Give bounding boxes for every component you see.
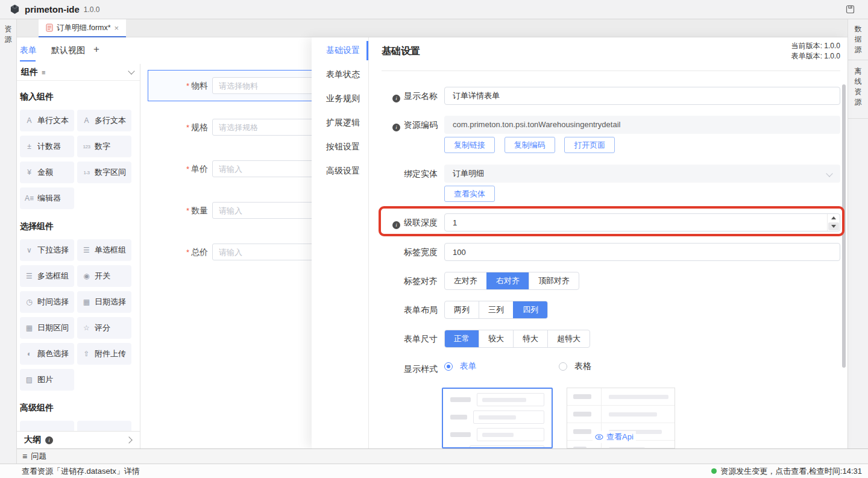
material-input[interactable] (212, 77, 312, 94)
tile-color-picker[interactable]: ◐颜色选择 (20, 343, 74, 365)
align-right-option[interactable]: 右对齐 (486, 272, 529, 289)
nav-extension-logic[interactable]: 扩展逻辑 (326, 118, 360, 128)
tab-order-detail-formx[interactable]: 订单明细.formx* × (39, 19, 126, 37)
copy-link-button[interactable]: 复制链接 (444, 137, 495, 153)
field-material[interactable]: *物料 (140, 77, 312, 95)
tile-image[interactable]: ▨图片 (20, 369, 74, 391)
field-total-price[interactable]: *总价 (140, 243, 312, 261)
tab-close-icon[interactable]: × (115, 24, 119, 33)
app-version: 1.0.0 (84, 5, 100, 14)
tile-checkbox-group[interactable]: ☰多选框组 (20, 265, 74, 287)
resources-rail-tab[interactable]: 资源 (4, 24, 13, 45)
radio-group-icon: ☰ (82, 246, 91, 254)
list-icon (22, 451, 27, 461)
align-top-option[interactable]: 顶部对齐 (529, 272, 579, 289)
view-entity-button[interactable]: 查看实体 (444, 186, 495, 202)
spinner-down-icon[interactable] (828, 222, 839, 230)
size-xlarge-option[interactable]: 特大 (513, 330, 547, 347)
tab-title: 订单明细.formx* (57, 23, 111, 33)
size-normal-option[interactable]: 正常 (445, 330, 479, 347)
tile-number[interactable]: 123数字 (77, 136, 131, 157)
tile-radio-group[interactable]: ☰单选框组 (77, 239, 131, 261)
tile-amount[interactable]: ¥金额 (20, 162, 74, 183)
nav-button-settings[interactable]: 按钮设置 (326, 142, 360, 153)
tile-editor[interactable]: A≡编辑器 (20, 187, 74, 209)
tile-advanced-clipped[interactable] (77, 421, 131, 431)
form-canvas[interactable]: *物料 *规格 *单价 *数量 *总价 (140, 37, 312, 448)
chevron-right-icon[interactable] (125, 436, 132, 443)
tile-rating[interactable]: ☆评分 (77, 317, 131, 339)
chevron-down-icon[interactable] (128, 68, 134, 74)
tile-multi-line-text[interactable]: A多行文本 (77, 110, 131, 131)
two-column-option[interactable]: 两列 (445, 301, 479, 318)
tile-time-picker[interactable]: ◷时间选择 (20, 291, 74, 313)
tile-single-line-text[interactable]: A单行文本 (20, 110, 74, 131)
field-label: 总价 (191, 247, 208, 257)
section-title-input: 输入组件 (20, 92, 140, 102)
field-quantity[interactable]: *数量 (140, 201, 312, 219)
tile-number-range[interactable]: 1-3数字区间 (77, 162, 131, 183)
file-upload-icon: ⇧ (82, 350, 91, 358)
row-form-size: 表单尺寸 正常 较大 特大 超特大 (369, 330, 848, 348)
table-style-preview[interactable]: 查看Api (567, 388, 675, 448)
row-form-layout: 表单布局 两列 三列 四列 (369, 301, 848, 319)
tile-counter[interactable]: ±计数器 (20, 136, 74, 157)
field-label: 数量 (191, 206, 208, 215)
display-name-input[interactable] (444, 87, 840, 105)
status-right[interactable]: 资源发生变更，点击查看,检查时间:14:31 (711, 466, 862, 477)
size-xxlarge-option[interactable]: 超特大 (547, 330, 590, 347)
panel-title: 基础设置 (382, 45, 420, 58)
settings-nav: 基础设置 表单状态 业务规则 扩展逻辑 按钮设置 高级设置 (312, 37, 369, 448)
problems-bar[interactable]: 问题 (17, 448, 868, 464)
form-layout-segmented: 两列 三列 四列 (444, 301, 548, 319)
cascade-depth-input[interactable] (444, 213, 840, 231)
unit-price-input[interactable] (212, 160, 312, 177)
form-style-radio[interactable] (444, 362, 453, 371)
open-page-button[interactable]: 打开页面 (564, 137, 615, 153)
field-unit-price[interactable]: *单价 (140, 160, 312, 178)
nav-basic-settings[interactable]: 基础设置 (326, 45, 360, 56)
nav-business-rules[interactable]: 业务规则 (326, 93, 360, 104)
datasource-rail-tab[interactable]: 数据源 (848, 19, 868, 60)
tile-date-range[interactable]: ▦日期区间 (20, 317, 74, 339)
view-api-link[interactable]: 查看Api (593, 431, 636, 443)
single-line-text-icon: A (25, 116, 34, 125)
label-width-input[interactable] (444, 243, 840, 261)
number-icon: 123 (82, 144, 91, 149)
tab-form-view[interactable]: 表单 (20, 45, 37, 56)
outline-section[interactable]: 大纲 (17, 431, 140, 448)
info-icon (392, 124, 400, 131)
tile-advanced-clipped[interactable] (20, 421, 74, 431)
copy-code-button[interactable]: 复制编码 (505, 137, 555, 153)
size-large-option[interactable]: 较大 (479, 330, 513, 347)
spec-input[interactable] (212, 119, 312, 136)
add-view-button[interactable]: + (93, 43, 99, 55)
time-picker-icon: ◷ (25, 298, 34, 306)
tile-date-picker[interactable]: ▦日期选择 (77, 291, 131, 313)
panel-scrollbar[interactable] (842, 84, 846, 368)
color-picker-icon: ◐ (25, 350, 34, 358)
tile-dropdown-select[interactable]: ∨下拉选择 (20, 239, 74, 261)
save-icon[interactable] (846, 5, 855, 16)
palette-scroll-area[interactable]: 输入组件 A单行文本 A多行文本 ±计数器 123数字 ¥金额 1-3数字区间 … (17, 81, 140, 431)
quantity-input[interactable] (212, 202, 312, 219)
four-column-option[interactable]: 四列 (513, 301, 547, 318)
form-style-preview[interactable] (442, 388, 553, 448)
status-green-dot-icon (711, 468, 717, 474)
three-column-option[interactable]: 三列 (479, 301, 513, 318)
tab-default-view[interactable]: 默认视图 (51, 45, 85, 56)
form-version: 表单版本: 1.0.0 (791, 51, 840, 61)
table-style-radio[interactable] (559, 362, 567, 371)
total-price-input[interactable] (212, 244, 312, 260)
bound-entity-select[interactable]: 订单明细 (444, 165, 840, 183)
palette-header[interactable]: 组件 (17, 64, 140, 81)
tile-file-upload[interactable]: ⇧附件上传 (77, 343, 131, 365)
offline-resources-rail-tab[interactable]: 离线资源 (848, 60, 868, 119)
nav-advanced-settings[interactable]: 高级设置 (326, 166, 360, 177)
nav-form-state[interactable]: 表单状态 (326, 69, 360, 80)
spinner-up-icon[interactable] (828, 214, 840, 222)
field-spec[interactable]: *规格 (140, 118, 312, 136)
tile-switch[interactable]: ◉开关 (77, 265, 131, 287)
align-left-option[interactable]: 左对齐 (445, 272, 486, 289)
status-left-text[interactable]: 查看资源「进销存.datasetx」详情 (22, 466, 140, 477)
